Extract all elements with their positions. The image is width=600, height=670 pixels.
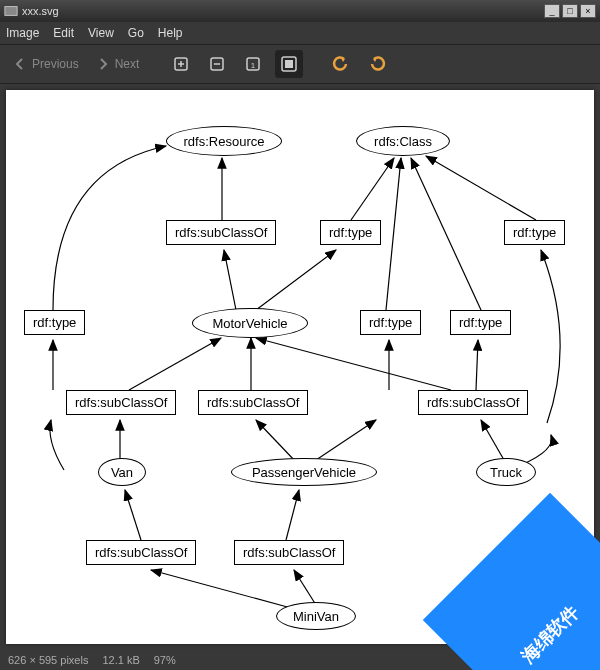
svg-line-21 <box>256 420 296 462</box>
window-title: xxx.svg <box>22 5 59 17</box>
zoom-out-icon <box>208 55 226 73</box>
rotate-right-icon <box>368 55 386 73</box>
zoom-fit-icon <box>280 55 298 73</box>
edge-subclassof-2: rdfs:subClassOf <box>66 390 176 415</box>
svg-line-24 <box>125 490 141 540</box>
svg-line-25 <box>286 490 299 540</box>
svg-line-11 <box>256 250 336 310</box>
node-van: Van <box>98 458 146 486</box>
svg-line-22 <box>316 420 376 460</box>
edge-type-1: rdf:type <box>320 220 381 245</box>
status-dimensions: 626 × 595 pixels <box>8 654 88 666</box>
edge-subclassof-4: rdfs:subClassOf <box>418 390 528 415</box>
arrow-right-icon <box>95 56 111 72</box>
zoom-in-button[interactable] <box>167 50 195 78</box>
svg-line-10 <box>224 250 236 310</box>
node-motorvehicle: MotorVehicle <box>192 308 308 338</box>
edge-subclassof-5: rdfs:subClassOf <box>86 540 196 565</box>
edge-subclassof-6: rdfs:subClassOf <box>234 540 344 565</box>
svg-line-13 <box>411 158 481 310</box>
zoom-out-button[interactable] <box>203 50 231 78</box>
zoom-fit-button[interactable] <box>275 50 303 78</box>
toolbar: Previous Next 1 <box>0 44 600 84</box>
node-class: rdfs:Class <box>356 126 450 156</box>
menu-go[interactable]: Go <box>128 26 144 40</box>
node-truck: Truck <box>476 458 536 486</box>
edge-type-3: rdf:type <box>24 310 85 335</box>
menu-help[interactable]: Help <box>158 26 183 40</box>
edge-type-2: rdf:type <box>504 220 565 245</box>
edge-subclassof-1: rdfs:subClassOf <box>166 220 276 245</box>
status-filesize: 12.1 kB <box>102 654 139 666</box>
arrow-left-icon <box>12 56 28 72</box>
menu-view[interactable]: View <box>88 26 114 40</box>
svg-line-9 <box>426 156 536 220</box>
svg-line-18 <box>256 338 451 390</box>
close-button[interactable]: × <box>580 4 596 18</box>
maximize-button[interactable]: □ <box>562 4 578 18</box>
edge-type-5: rdf:type <box>450 310 511 335</box>
svg-line-23 <box>481 420 504 460</box>
node-passengervehicle: PassengerVehicle <box>231 458 377 486</box>
menu-edit[interactable]: Edit <box>53 26 74 40</box>
minimize-button[interactable]: _ <box>544 4 560 18</box>
rotate-right-button[interactable] <box>363 50 391 78</box>
svg-line-26 <box>151 570 291 608</box>
svg-line-8 <box>351 158 394 220</box>
svg-line-27 <box>294 570 316 605</box>
svg-line-12 <box>386 158 401 310</box>
svg-rect-6 <box>285 60 293 68</box>
svg-rect-0 <box>5 7 17 16</box>
previous-button[interactable]: Previous <box>8 54 83 74</box>
next-label: Next <box>115 57 140 71</box>
zoom-original-icon: 1 <box>244 55 262 73</box>
svg-line-15 <box>129 338 221 390</box>
status-zoom: 97% <box>154 654 176 666</box>
zoom-original-button[interactable]: 1 <box>239 50 267 78</box>
zoom-in-icon <box>172 55 190 73</box>
next-button[interactable]: Next <box>91 54 144 74</box>
menubar: Image Edit View Go Help <box>0 22 600 44</box>
svg-line-19 <box>476 340 478 390</box>
rotate-left-button[interactable] <box>327 50 355 78</box>
window-titlebar: xxx.svg _ □ × <box>0 0 600 22</box>
edge-type-4: rdf:type <box>360 310 421 335</box>
node-minivan: MiniVan <box>276 602 356 630</box>
rotate-left-icon <box>332 55 350 73</box>
app-icon <box>4 4 18 18</box>
menu-image[interactable]: Image <box>6 26 39 40</box>
svg-text:1: 1 <box>251 61 256 70</box>
edge-subclassof-3: rdfs:subClassOf <box>198 390 308 415</box>
previous-label: Previous <box>32 57 79 71</box>
node-resource: rdfs:Resource <box>166 126 282 156</box>
